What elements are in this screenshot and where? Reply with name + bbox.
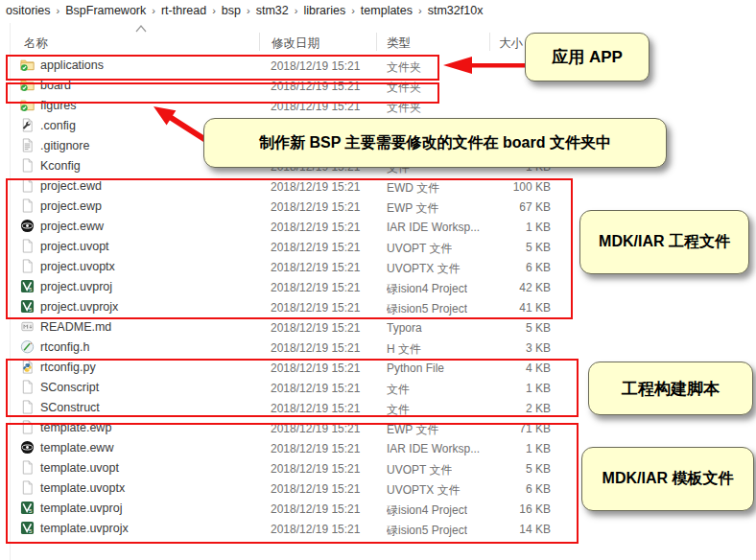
header-separator[interactable] (259, 33, 260, 51)
file-name: project.eww (40, 220, 104, 233)
iar-workspace-icon (20, 440, 35, 455)
folder-checked-icon (20, 58, 35, 72)
blank-file-icon (20, 400, 35, 414)
column-header-type[interactable]: 类型 (387, 35, 411, 52)
file-size: 6 KB (449, 261, 551, 274)
file-row[interactable]: figures 2018/12/19 15:21 文件夹 (0, 96, 756, 116)
column-header-name[interactable]: 名称 (24, 35, 48, 52)
file-date-modified: 2018/12/19 15:21 (271, 523, 360, 536)
breadcrumb-item[interactable]: bsp (218, 4, 245, 17)
column-header-size[interactable]: 大小 (499, 35, 523, 52)
file-type: 文件夹 (387, 100, 421, 116)
file-date-modified: 2018/12/19 15:21 (271, 482, 360, 496)
file-name: template.uvoptx (40, 481, 125, 495)
callout-template-files: MDK/IAR 模板文件 (581, 447, 754, 511)
column-header-date[interactable]: 修改日期 (272, 35, 319, 52)
file-row[interactable]: template.ewp 2018/12/19 15:21 EWP 文件 71 … (0, 418, 756, 438)
file-name: template.eww (40, 441, 113, 455)
file-row[interactable]: README.md 2018/12/19 15:21 Typora 5 KB (0, 317, 756, 338)
callout-build-scripts: 工程构建脚本 (588, 362, 753, 415)
file-name: rtconfig.h (40, 340, 89, 354)
blank-file-icon (20, 480, 35, 495)
file-type: Python File (387, 362, 444, 375)
callout-project-files: MDK/IAR 工程文件 (579, 210, 749, 274)
breadcrumb-item[interactable]: templates (357, 4, 416, 17)
blank-file-icon (20, 380, 35, 394)
file-row[interactable]: 5 project.uvprojx 2018/12/19 15:21 碌isio… (0, 297, 756, 317)
breadcrumb-separator-icon: › (210, 5, 218, 16)
breadcrumb-item[interactable]: libraries (299, 4, 349, 17)
file-size: 1 KB (449, 442, 551, 455)
file-row[interactable]: 5 project.uvproj 2018/12/19 15:21 碌ision… (0, 277, 756, 297)
file-size: 42 KB (449, 281, 551, 294)
file-name: project.ewp (40, 199, 102, 213)
file-date-modified: 2018/12/19 15:21 (271, 281, 360, 294)
file-name: template.ewp (40, 421, 111, 434)
file-type: EWP 文件 (387, 200, 438, 217)
breadcrumb-item[interactable]: stm32 (252, 4, 293, 17)
blank-file-icon (20, 259, 35, 273)
file-row[interactable]: rtconfig.h 2018/12/19 15:21 H 文件 3 KB (0, 338, 756, 358)
breadcrumb-separator-icon: › (150, 5, 157, 16)
file-date-modified: 2018/12/19 15:21 (271, 502, 360, 516)
file-size: 5 KB (449, 241, 551, 254)
breadcrumb-separator-icon: › (293, 5, 300, 16)
file-date-modified: 2018/12/19 15:21 (271, 422, 360, 435)
file-name: SConscript (40, 381, 99, 394)
file-name: figures (40, 99, 77, 112)
breadcrumb-item[interactable]: stm32f10x (424, 4, 487, 17)
file-row[interactable]: 5 template.uvprojx 2018/12/19 15:21 碌isi… (0, 519, 756, 539)
header-separator[interactable] (489, 33, 490, 51)
breadcrumb-separator-icon: › (416, 5, 424, 16)
file-date-modified: 2018/12/19 15:21 (271, 301, 360, 315)
file-date-modified: 2018/12/19 15:21 (271, 221, 360, 234)
file-size: 4 KB (449, 362, 551, 375)
file-name: applications (40, 58, 104, 72)
file-name: project.uvprojx (40, 300, 118, 314)
header-separator[interactable] (376, 33, 377, 51)
file-size: 71 KB (449, 422, 551, 435)
file-size: 5 KB (449, 462, 551, 476)
blank-file-icon (20, 158, 35, 173)
file-date-modified: 2018/12/19 15:21 (271, 80, 360, 93)
file-name: template.uvprojx (40, 522, 129, 535)
breadcrumb-separator-icon: › (55, 5, 62, 16)
file-type: 文件夹 (387, 80, 421, 96)
file-size: 100 KB (449, 180, 551, 194)
file-name: project.uvproj (40, 280, 112, 293)
file-size: 1 KB (449, 221, 551, 234)
file-name: project.uvopt (40, 240, 109, 253)
folder-checked-icon (20, 98, 35, 112)
breadcrumb-item[interactable]: rt-thread (157, 4, 210, 17)
file-size: 41 KB (449, 301, 551, 315)
file-size: 16 KB (449, 502, 551, 516)
config-file-icon (20, 118, 35, 132)
file-type: EWP 文件 (387, 422, 438, 438)
breadcrumb-item[interactable]: BspFramework (61, 4, 150, 17)
breadcrumb-item[interactable]: ositories (2, 4, 55, 17)
file-date-modified: 2018/12/19 15:21 (271, 59, 360, 73)
c-header-icon (20, 339, 35, 354)
file-size: 2 KB (449, 402, 551, 415)
file-name: project.ewd (40, 179, 102, 193)
file-name: rtconfig.py (40, 361, 96, 374)
file-explorer-window: ositories›BspFramework›rt-thread›bsp›stm… (0, 0, 756, 560)
file-size: 3 KB (449, 341, 551, 355)
file-date-modified: 2018/12/19 15:21 (271, 200, 360, 214)
file-name: project.uvoptx (40, 260, 115, 273)
file-type: H 文件 (387, 341, 421, 358)
file-date-modified: 2018/12/19 15:21 (271, 382, 360, 395)
file-date-modified: 2018/12/19 15:21 (271, 180, 360, 194)
file-type: UVOPT 文件 (387, 462, 452, 478)
file-size: 6 KB (449, 482, 551, 496)
blank-file-icon (20, 460, 35, 475)
keil-uvision-icon: 5 (20, 501, 35, 515)
folder-checked-icon (20, 78, 35, 92)
file-size: 5 KB (449, 321, 551, 335)
file-row[interactable]: project.ewd 2018/12/19 15:21 EWD 文件 100 … (0, 176, 756, 197)
blank-file-icon (20, 420, 35, 434)
file-name: template.uvopt (40, 461, 119, 475)
file-name: .config (40, 119, 76, 132)
file-type: UVOPT 文件 (387, 241, 452, 257)
file-date-modified: 2018/12/19 15:21 (271, 100, 360, 113)
